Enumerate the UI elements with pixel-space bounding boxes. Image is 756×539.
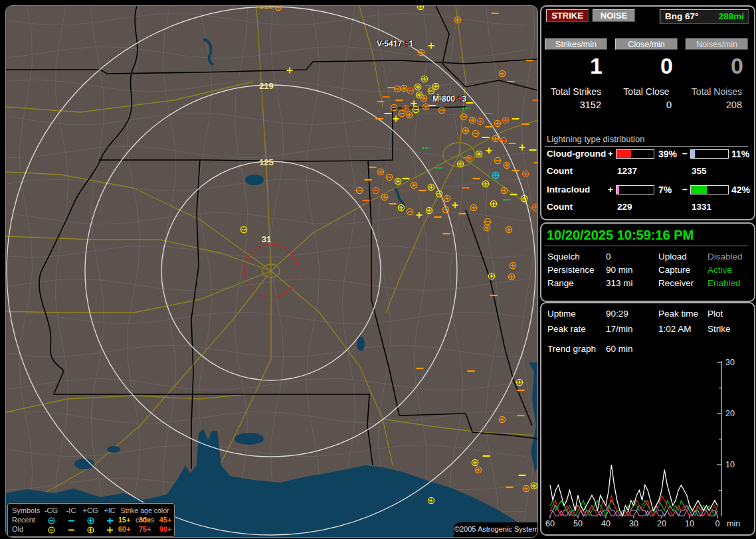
- cg-positive-icon: [86, 516, 95, 525]
- noises-per-min-value: 0: [731, 53, 743, 79]
- bearing-range-value: 288mi: [719, 10, 744, 23]
- ic-minus-count: 1331: [692, 202, 711, 212]
- legend-symbols: [41, 524, 61, 534]
- strikes-per-min-button[interactable]: Strikes/min: [545, 38, 607, 50]
- persistence-label: Persistence: [547, 265, 595, 275]
- separator: [545, 146, 748, 147]
- cg-plus-bar: [616, 149, 654, 159]
- legend-header-symbols: Symbols: [12, 506, 41, 515]
- range-label: Range: [547, 278, 574, 288]
- plus-sign: +: [608, 149, 613, 159]
- total-strikes-label: Total Strikes: [543, 86, 609, 97]
- ic-positive-icon: [106, 526, 114, 534]
- lightning-map[interactable]: 31321912531 V-5417 +1 M-800 +3 Symbols -…: [5, 5, 538, 538]
- total-noises-value: 208: [726, 100, 742, 110]
- ic-plus-bar: [616, 185, 654, 194]
- bearing-value: Bng 67°: [665, 10, 698, 23]
- uptime-value: 90:29: [606, 309, 628, 319]
- ic-minus-bar: [690, 185, 729, 194]
- total-close-value: 0: [666, 100, 672, 110]
- age-code-45+: 45+: [155, 515, 175, 524]
- legend-row-label: Old: [12, 524, 41, 534]
- minus-sign: −: [682, 185, 688, 194]
- cloud-ground-count-row: Count 1237 355: [541, 166, 754, 177]
- svg-text:125: 125: [259, 157, 274, 167]
- uptime-label: Uptime: [547, 309, 576, 319]
- svg-text:20: 20: [657, 519, 666, 528]
- intracloud-row: Intracloud + 7% − 42%: [541, 185, 754, 195]
- storm-cell-label-v5417: V-5417 +1: [377, 39, 413, 48]
- squelch-label: Squelch: [547, 252, 580, 262]
- age-code-90+: 90+: [155, 524, 175, 534]
- plot-mode-value: Strike: [708, 324, 731, 334]
- legend-symbols: [80, 515, 101, 525]
- peak-rate-label: Peak rate: [547, 324, 586, 334]
- strike-toggle-button[interactable]: STRIKE: [546, 9, 589, 22]
- strikes-per-min-column: Strikes/min 1 Total Strikes 3152: [543, 38, 609, 50]
- ic-plus-count: 229: [617, 202, 632, 212]
- noises-per-min-column: Noises/min 0 Total Noises 208: [684, 38, 750, 50]
- legend-symbols: [62, 515, 80, 525]
- cell-id: V-5417: [377, 39, 402, 48]
- ic-negative-icon: [67, 516, 76, 525]
- age-code-75+: 75+: [135, 524, 155, 534]
- stormvue-window: 31321912531 V-5417 +1 M-800 +3 Symbols -…: [0, 0, 756, 539]
- plus-sign: +: [608, 185, 613, 194]
- cell-count: 3: [462, 94, 466, 104]
- count-label: Count: [547, 166, 573, 176]
- legend-row-label: Recent: [12, 515, 41, 524]
- svg-text:10: 10: [685, 519, 694, 528]
- legend-header-cgneg: -CG: [41, 506, 61, 515]
- storm-cell-label-m800: M-800 +3: [432, 94, 466, 104]
- receiver-label: Receiver: [658, 278, 694, 288]
- plot-label: Plot: [708, 309, 723, 319]
- total-noises-label: Total Noises: [684, 86, 750, 97]
- distribution-title: Lightning type distribution: [547, 134, 644, 144]
- state-borders: [6, 6, 537, 469]
- minus-sign: −: [682, 149, 688, 159]
- svg-text:40: 40: [601, 519, 611, 528]
- count-label: Count: [547, 202, 573, 212]
- noises-per-min-button[interactable]: Noises/min: [686, 38, 748, 50]
- svg-text:50: 50: [573, 519, 583, 528]
- counters-panel: STRIKE NOISE Bng 67° 288mi Strikes/min 1…: [540, 5, 755, 220]
- ic-plus-pct: 7%: [658, 185, 672, 195]
- range-value: 313 mi: [606, 278, 633, 288]
- cg-negative-icon: [47, 516, 56, 525]
- close-per-min-value: 0: [660, 53, 673, 79]
- noise-toggle-button[interactable]: NOISE: [593, 9, 635, 22]
- svg-text:60: 60: [545, 519, 555, 528]
- cg-negative-icon: [47, 526, 56, 534]
- capture-label: Capture: [658, 265, 690, 275]
- peak-time-label: Peak time: [658, 309, 698, 319]
- svg-text:min: min: [727, 519, 740, 528]
- legend-header-icpos: +IC: [101, 506, 118, 515]
- legend-symbols: [62, 524, 80, 534]
- close-per-min-button[interactable]: Close/min: [615, 38, 678, 50]
- cg-minus-pct: 11%: [731, 149, 749, 159]
- receiver-status: Enabled: [708, 278, 741, 288]
- svg-text:20: 20: [725, 409, 735, 418]
- trend-series-ic-negative: [550, 501, 717, 516]
- intracloud-count-row: Count 229 1331: [541, 202, 754, 212]
- bearing-display: Bng 67° 288mi: [660, 9, 749, 24]
- capture-status: Active: [708, 265, 732, 275]
- intracloud-label: Intracloud: [547, 185, 590, 194]
- ic-negative-icon: [67, 526, 76, 534]
- legend-symbols: [41, 515, 61, 525]
- total-strikes-value: 3152: [580, 100, 601, 110]
- cg-plus-pct: 39%: [658, 149, 677, 159]
- total-close-label: Total Close: [613, 86, 680, 97]
- cg-plus-count: 1237: [617, 166, 637, 176]
- legend-symbols: [80, 524, 101, 534]
- svg-text:10: 10: [725, 460, 735, 469]
- legend-header-cgpos: +CG: [80, 506, 101, 515]
- cloud-ground-row: Cloud-ground + 39% − 11%: [541, 149, 754, 159]
- age-code-60+: 60+: [114, 524, 134, 534]
- peak-time-value: 1:02 AM: [658, 324, 692, 334]
- datetime-display: 10/20/2025 10:59:16 PM: [547, 228, 694, 243]
- cg-positive-icon: [86, 526, 95, 534]
- map-canvas: 31321912531: [6, 6, 537, 537]
- peak-rate-value: 17/min: [606, 324, 633, 334]
- ic-positive-icon: [106, 516, 114, 525]
